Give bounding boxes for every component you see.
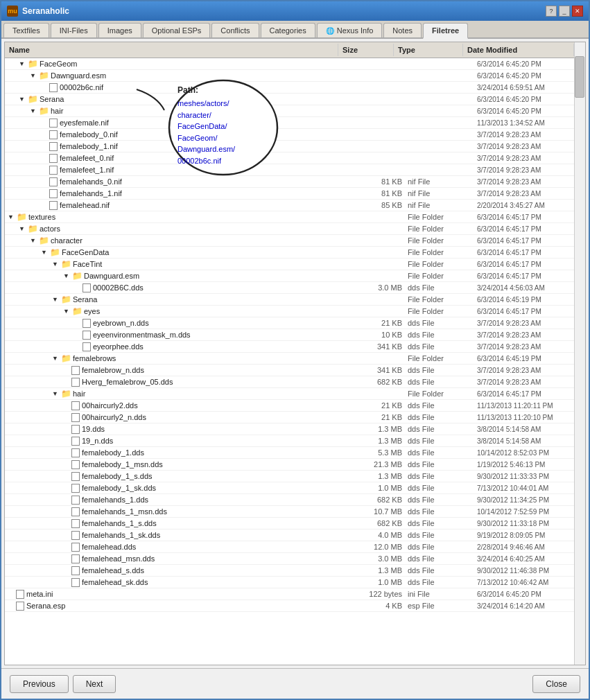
tree-row[interactable]: ▼📁femalebrowsFile Folder6/3/2014 6:45:19… <box>5 353 585 365</box>
collapse-arrow-icon[interactable]: ▼ <box>41 249 49 256</box>
tree-row[interactable]: femalebody_1_s.dds1.3 MBdds File9/30/201… <box>5 471 585 482</box>
tree-row[interactable]: femalebody_1.nif3/7/2014 9:28:23 AM <box>5 141 585 152</box>
tree-body[interactable]: ▼📁FaceGeom6/3/2014 6:45:20 PM▼📁Dawnguard… <box>5 58 585 665</box>
tree-row[interactable]: eyeenvironmentmask_m.dds10 KBdds File3/7… <box>5 329 585 341</box>
tab-nexus-info[interactable]: 🌐 Nexus Info <box>317 23 383 37</box>
help-button[interactable]: ? <box>546 6 557 17</box>
collapse-arrow-icon[interactable]: ▼ <box>52 355 60 362</box>
tree-row[interactable]: ▼📁hairFile Folder6/3/2014 6:45:17 PM <box>5 388 585 400</box>
tree-row[interactable]: eyesfemale.nif11/3/2013 1:34:52 AM <box>5 117 585 129</box>
tree-row[interactable]: femalehead_sk.dds1.0 MBdds File7/13/2012… <box>5 577 585 588</box>
file-type: dds File <box>405 566 474 575</box>
tree-row[interactable]: eyebrown_n.dds21 KBdds File3/7/2014 9:28… <box>5 317 585 329</box>
tree-row[interactable]: ▼📁FaceGenDataFile Folder6/3/2014 6:45:17… <box>5 247 585 259</box>
tree-row[interactable]: 00haircurly2_n.dds21 KBdds File11/13/201… <box>5 412 585 423</box>
close-window-button[interactable]: ✕ <box>572 6 583 17</box>
file-size <box>349 299 405 300</box>
file-type: dds File <box>405 460 474 469</box>
file-name: femalebody_1.nif <box>60 142 118 150</box>
tree-row[interactable]: femalehands_1_sk.dds4.0 MBdds File9/19/2… <box>5 530 585 541</box>
tree-row[interactable]: femalehead_msn.dds3.0 MBdds File3/24/201… <box>5 553 585 565</box>
tree-row[interactable]: femalehands_1.dds682 KBdds File9/30/2012… <box>5 494 585 506</box>
tree-row[interactable]: 19_n.dds1.3 MBdds File3/8/2014 5:14:58 A… <box>5 435 585 447</box>
tree-row[interactable]: femalehands_0.nif81 KBnif File3/7/2014 9… <box>5 176 585 188</box>
tree-row[interactable]: femalehead.dds12.0 MBdds File2/28/2014 9… <box>5 541 585 553</box>
file-type: dds File <box>405 507 474 516</box>
file-date: 6/3/2014 6:45:17 PM <box>474 390 585 399</box>
file-type: File Folder <box>405 306 474 316</box>
file-name: FaceGeom <box>40 60 77 68</box>
tree-row[interactable]: femalehands_1_msn.dds10.7 MBdds File10/1… <box>5 506 585 518</box>
collapse-arrow-icon[interactable]: ▼ <box>30 237 38 244</box>
tree-row[interactable]: femalehead_s.dds1.3 MBdds File9/30/2012 … <box>5 565 585 577</box>
file-size <box>349 75 405 76</box>
tree-row[interactable]: ▼📁FaceGeom6/3/2014 6:45:20 PM <box>5 58 585 70</box>
tree-row[interactable]: Serana.esp4 KBesp File3/24/2014 6:14:20 … <box>5 600 585 612</box>
tab-images[interactable]: Images <box>98 23 141 37</box>
tree-row[interactable]: femalebrow_n.dds341 KBdds File3/7/2014 9… <box>5 365 585 376</box>
tree-row[interactable]: femalehead.nif85 KBnif File2/20/2014 3:4… <box>5 200 585 211</box>
tree-row[interactable]: ▼📁Dawnguard.esmFile Folder6/3/2014 6:45:… <box>5 270 585 282</box>
tree-row[interactable]: 00002B6C.dds3.0 MBdds File3/24/2014 4:56… <box>5 282 585 294</box>
file-type: File Folder <box>405 224 474 234</box>
tree-row[interactable]: femalebody_1_sk.dds1.0 MBdds File7/13/20… <box>5 482 585 494</box>
file-date: 7/13/2012 10:46:42 AM <box>474 578 585 587</box>
collapse-arrow-icon[interactable]: ▼ <box>8 213 16 220</box>
collapse-arrow-icon[interactable]: ▼ <box>52 261 60 268</box>
file-icon <box>49 189 58 198</box>
file-type: dds File <box>405 542 474 552</box>
tree-row[interactable]: femalefeet_0.nif3/7/2014 9:28:23 AM <box>5 152 585 164</box>
tree-row[interactable]: 19.dds1.3 MBdds File3/8/2014 5:14:58 AM <box>5 423 585 435</box>
minimize-button[interactable]: _ <box>559 6 570 17</box>
scrollbar-thumb[interactable] <box>575 56 584 98</box>
tab-filetree[interactable]: Filetree <box>423 23 468 39</box>
bottom-left: Previous Next <box>10 675 116 693</box>
tree-row[interactable]: Hverg_femalebrow_05.dds682 KBdds File3/7… <box>5 376 585 388</box>
tree-row[interactable]: eyeorphee.dds341 KBdds File3/7/2014 9:28… <box>5 341 585 353</box>
next-button[interactable]: Next <box>73 675 116 693</box>
collapse-arrow-icon[interactable]: ▼ <box>63 308 71 315</box>
tree-row[interactable]: 00haircurly2.dds21 KBdds File11/13/2013 … <box>5 400 585 412</box>
tree-row[interactable]: ▼📁FaceTintFile Folder6/3/2014 6:45:17 PM <box>5 259 585 270</box>
tree-row[interactable]: ▼📁hair6/3/2014 6:45:20 PM <box>5 105 585 117</box>
tree-row[interactable]: femalehands_1_s.dds682 KBdds File9/30/20… <box>5 518 585 530</box>
collapse-arrow-icon[interactable]: ▼ <box>30 72 38 79</box>
file-date: 6/3/2014 6:45:17 PM <box>474 248 585 257</box>
tree-row[interactable]: ▼📁Serana6/3/2014 6:45:20 PM <box>5 94 585 105</box>
collapse-arrow-icon[interactable]: ▼ <box>30 107 38 114</box>
collapse-arrow-icon[interactable]: ▼ <box>19 96 27 103</box>
tree-row[interactable]: 00002b6c.nif3/24/2014 6:59:51 AM <box>5 82 585 94</box>
collapse-arrow-icon[interactable]: ▼ <box>52 390 60 397</box>
tree-row[interactable]: ▼📁eyesFile Folder6/3/2014 6:45:17 PM <box>5 306 585 317</box>
close-button[interactable]: Close <box>532 675 580 693</box>
scrollbar-track[interactable] <box>574 42 585 665</box>
tree-row[interactable]: ▼📁Dawnguard.esm6/3/2014 6:45:20 PM <box>5 70 585 82</box>
tree-row[interactable]: femalebody_1.dds5.3 MBdds File10/14/2012… <box>5 447 585 459</box>
file-icon <box>49 83 58 92</box>
collapse-arrow-icon[interactable]: ▼ <box>19 225 27 232</box>
tree-row[interactable]: femalehands_1.nif81 KBnif File3/7/2014 9… <box>5 188 585 200</box>
file-icon <box>16 602 24 611</box>
file-type: dds File <box>405 554 474 563</box>
tree-row[interactable]: ▼📁characterFile Folder6/3/2014 6:45:17 P… <box>5 235 585 247</box>
tree-row[interactable]: ▼📁SeranaFile Folder6/3/2014 6:45:19 PM <box>5 294 585 306</box>
tree-row[interactable]: ▼📁texturesFile Folder6/3/2014 6:45:17 PM <box>5 211 585 223</box>
file-icon <box>83 283 91 292</box>
tree-row[interactable]: femalebody_1_msn.dds21.3 MBdds File1/19/… <box>5 459 585 471</box>
tab-ini-files[interactable]: INI-Files <box>51 23 97 37</box>
tab-textfiles[interactable]: Textfiles <box>3 23 49 37</box>
tree-row[interactable]: femalefeet_1.nif3/7/2014 9:28:23 AM <box>5 164 585 176</box>
tree-row[interactable]: femalebody_0.nif3/7/2014 9:28:23 AM <box>5 129 585 141</box>
tab-notes[interactable]: Notes <box>383 23 422 37</box>
collapse-arrow-icon[interactable]: ▼ <box>63 272 71 279</box>
tab-categories[interactable]: Categories <box>261 23 315 37</box>
tab-conflicts[interactable]: Conflicts <box>211 23 259 37</box>
tree-row[interactable]: meta.ini122 bytesini File6/3/2014 6:45:2… <box>5 588 585 600</box>
file-type: File Folder <box>405 353 474 363</box>
tree-row[interactable]: ▼📁actorsFile Folder6/3/2014 6:45:17 PM <box>5 223 585 235</box>
tab-optional-esps[interactable]: Optional ESPs <box>143 23 211 37</box>
previous-button[interactable]: Previous <box>10 675 69 693</box>
collapse-arrow-icon[interactable]: ▼ <box>52 296 60 303</box>
file-size <box>349 393 405 394</box>
collapse-arrow-icon[interactable]: ▼ <box>19 60 27 67</box>
